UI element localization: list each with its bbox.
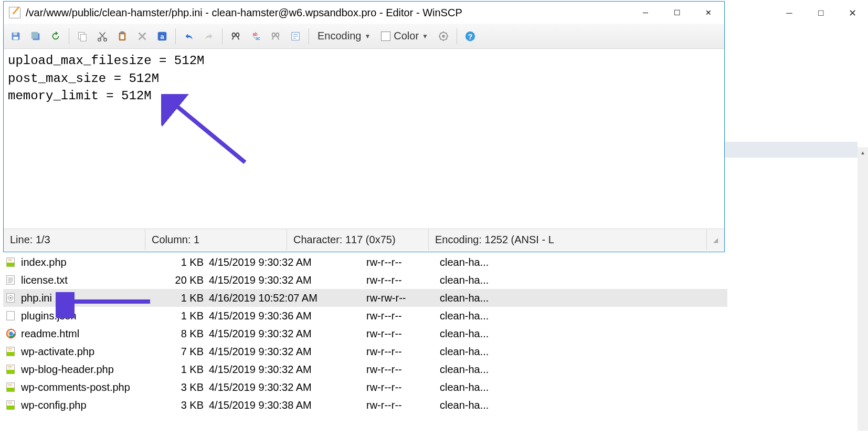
encoding-label: Encoding: [317, 30, 361, 42]
save-all-button[interactable]: [27, 27, 45, 45]
file-perm: rw-r--r--: [366, 274, 440, 286]
svg-point-38: [272, 33, 276, 36]
bg-close-button[interactable]: ✕: [837, 0, 868, 26]
encoding-dropdown[interactable]: Encoding▼: [313, 27, 375, 45]
svg-rect-21: [13, 32, 17, 35]
file-row[interactable]: wp-activate.php 7 KB 4/15/2019 9:30:32 A…: [3, 343, 727, 360]
svg-text:?: ?: [468, 32, 473, 40]
svg-text:ac: ac: [256, 36, 260, 41]
file-name: plugins.json: [21, 310, 77, 322]
find-next-button[interactable]: [267, 27, 284, 45]
file-row[interactable]: wp-comments-post.php 3 KB 4/15/2019 9:30…: [3, 378, 727, 396]
file-name: wp-blog-header.php: [21, 364, 114, 376]
file-row[interactable]: readme.html 8 KB 4/15/2019 9:30:32 AM rw…: [3, 325, 727, 343]
caret-down-icon: ▼: [364, 33, 371, 40]
file-row[interactable]: index.php 1 KB 4/15/2019 9:30:32 AM rw-r…: [3, 253, 727, 271]
file-owner: clean-ha...: [440, 328, 513, 340]
bg-maximize-button[interactable]: ☐: [805, 0, 837, 26]
delete-button[interactable]: [133, 27, 151, 45]
editor-line: memory_limit = 512M: [8, 89, 152, 103]
svg-point-35: [236, 33, 239, 36]
file-size: 3 KB: [158, 399, 209, 411]
find-button[interactable]: [227, 27, 245, 45]
toolbar-separator: [309, 28, 309, 44]
copy-button[interactable]: [73, 27, 91, 45]
scroll-up-icon[interactable]: ▲: [858, 147, 868, 158]
svg-rect-14: [7, 370, 15, 374]
svg-text:a: a: [160, 32, 164, 40]
file-perm: rw-r--r--: [366, 328, 440, 340]
file-size: 20 KB: [158, 274, 209, 286]
file-size: 1 KB: [158, 364, 209, 376]
color-label: Color: [394, 30, 419, 42]
bg-minimize-button[interactable]: ─: [774, 0, 805, 26]
file-owner: clean-ha...: [440, 256, 513, 268]
status-character: Character: 117 (0x75): [287, 229, 429, 251]
preferences-button[interactable]: [435, 27, 452, 45]
svg-point-28: [104, 38, 107, 41]
svg-rect-6: [7, 312, 15, 320]
file-date: 4/15/2019 9:30:32 AM: [209, 381, 366, 393]
color-dropdown[interactable]: Color▼: [377, 27, 432, 45]
help-button[interactable]: ?: [461, 27, 479, 45]
file-row[interactable]: license.txt 20 KB 4/15/2019 9:30:32 AM r…: [3, 271, 727, 289]
editor-text-area[interactable]: upload_max_filesize = 512M post_max_size…: [4, 49, 724, 229]
file-date: 4/15/2019 9:30:32 AM: [209, 346, 366, 358]
caret-down-icon: ▼: [422, 33, 428, 40]
editor-line: upload_max_filesize = 512M: [8, 54, 204, 68]
redo-button[interactable]: [200, 27, 218, 45]
php-file-icon: [5, 381, 17, 393]
svg-rect-22: [13, 36, 18, 39]
replace-button[interactable]: abac: [247, 27, 264, 45]
file-perm: rw-r--r--: [366, 399, 440, 411]
svg-rect-26: [80, 34, 86, 41]
file-list: index.php 1 KB 4/15/2019 9:30:32 AM rw-r…: [3, 253, 727, 414]
file-size: 7 KB: [158, 346, 209, 358]
file-row[interactable]: php.ini 1 KB 4/16/2019 10:52:07 AM rw-rw…: [3, 289, 727, 307]
goto-line-button[interactable]: [287, 27, 304, 45]
file-row[interactable]: wp-config.php 3 KB 4/15/2019 9:30:38 AM …: [3, 396, 727, 414]
undo-button[interactable]: [180, 27, 198, 45]
file-size: 1 KB: [158, 310, 209, 322]
editor-close-button[interactable]: ✕: [693, 2, 724, 24]
file-perm: rw-r--r--: [366, 381, 440, 393]
editor-app-icon: [9, 7, 20, 18]
reload-button[interactable]: [47, 27, 65, 45]
file-owner: clean-ha...: [440, 399, 513, 411]
file-owner: clean-ha...: [440, 346, 513, 358]
svg-point-42: [442, 35, 445, 38]
svg-line-49: [440, 38, 441, 39]
file-name: readme.html: [21, 328, 79, 340]
file-row[interactable]: wp-blog-header.php 1 KB 4/15/2019 9:30:3…: [3, 360, 727, 378]
svg-point-5: [9, 297, 12, 299]
editor-maximize-button[interactable]: ☐: [661, 2, 693, 24]
paste-button[interactable]: [113, 27, 131, 45]
toolbar-separator: [457, 28, 457, 44]
cut-button[interactable]: [93, 27, 111, 45]
editor-titlebar[interactable]: /var/www/public/clean-hamster/php.ini - …: [4, 2, 724, 24]
txt-file-icon: [5, 274, 17, 286]
bg-header-stripe: [724, 142, 858, 158]
file-date: 4/15/2019 9:30:32 AM: [209, 364, 366, 376]
file-owner: clean-ha...: [440, 364, 513, 376]
file-owner: clean-ha...: [440, 381, 513, 393]
select-all-button[interactable]: a: [153, 27, 171, 45]
file-row[interactable]: plugins.json 1 KB 4/15/2019 9:30:36 AM r…: [3, 307, 727, 325]
svg-point-8: [9, 332, 13, 335]
editor-toolbar: a abac Encoding▼ Color▼ ?: [4, 24, 724, 49]
php-file-icon: [5, 346, 17, 357]
resize-grip-icon[interactable]: ◢: [707, 229, 724, 251]
file-perm: rw-r--r--: [366, 256, 440, 268]
svg-rect-30: [120, 31, 124, 33]
save-button[interactable]: [7, 27, 25, 45]
svg-rect-31: [120, 34, 124, 39]
json-file-icon: [5, 310, 17, 322]
editor-line: post_max_size = 512M: [8, 71, 159, 86]
editor-minimize-button[interactable]: ─: [630, 2, 661, 24]
svg-rect-1: [7, 263, 15, 266]
ini-file-icon: [5, 292, 17, 304]
bg-scrollbar[interactable]: ▲: [858, 147, 868, 431]
file-name: index.php: [21, 256, 67, 268]
svg-line-48: [446, 38, 447, 39]
file-size: 1 KB: [158, 292, 209, 304]
